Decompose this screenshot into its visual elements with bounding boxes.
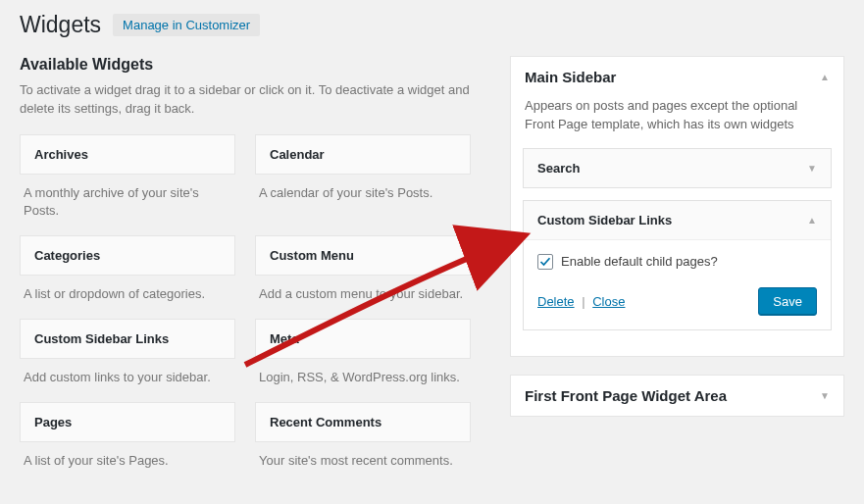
widget-pages-desc: A list of your site's Pages. (20, 442, 235, 485)
enable-default-child-pages-label: Enable default child pages? (561, 254, 718, 269)
widget-custom-menu[interactable]: Custom Menu (255, 235, 471, 276)
widget-categories-desc: A list or dropdown of categories. (20, 276, 235, 319)
widget-recent-comments[interactable]: Recent Comments (255, 402, 471, 442)
triangle-down-icon: ▼ (820, 390, 830, 401)
sidebar-area-main-title: Main Sidebar (525, 69, 616, 85)
placed-widget-search-title: Search (537, 161, 580, 176)
widget-categories[interactable]: Categories (20, 235, 235, 276)
check-icon (539, 256, 551, 268)
page-title: Widgets (20, 12, 101, 38)
placed-widget-custom-sidebar-links-header[interactable]: Custom Sidebar Links ▲ (524, 201, 831, 240)
sidebar-area-main: Main Sidebar ▲ Appears on posts and page… (510, 56, 844, 357)
placed-widget-search-header[interactable]: Search ▼ (524, 149, 831, 187)
sidebar-area-first-front: First Front Page Widget Area ▼ (510, 375, 844, 417)
widget-meta[interactable]: Meta (255, 319, 471, 359)
widget-archives[interactable]: Archives (20, 134, 235, 175)
enable-default-child-pages-checkbox[interactable] (537, 254, 553, 270)
widget-custom-menu-desc: Add a custom menu to your sidebar. (255, 276, 471, 319)
widget-archives-desc: A monthly archive of your site's Posts. (20, 175, 235, 235)
separator: | (578, 294, 588, 309)
widget-calendar-desc: A calendar of your site's Posts. (255, 175, 471, 218)
widget-pages[interactable]: Pages (20, 402, 235, 442)
placed-widget-search: Search ▼ (523, 148, 832, 188)
save-button[interactable]: Save (758, 287, 817, 316)
placed-widget-custom-sidebar-links-title: Custom Sidebar Links (537, 213, 672, 227)
sidebar-area-first-front-title: First Front Page Widget Area (525, 387, 727, 404)
available-widgets-heading: Available Widgets (20, 56, 471, 74)
delete-link[interactable]: Delete (537, 294, 575, 309)
widget-custom-sidebar-links-desc: Add custom links to your sidebar. (20, 359, 235, 402)
placed-widget-custom-sidebar-links: Custom Sidebar Links ▲ Enable default ch… (523, 200, 832, 330)
triangle-up-icon: ▲ (807, 215, 817, 226)
widget-custom-sidebar-links[interactable]: Custom Sidebar Links (20, 319, 235, 359)
widget-meta-desc: Login, RSS, & WordPress.org links. (255, 359, 471, 402)
widget-calendar[interactable]: Calendar (255, 134, 471, 175)
close-link[interactable]: Close (592, 294, 625, 309)
available-widgets-desc: To activate a widget drag it to a sideba… (20, 81, 471, 119)
manage-in-customizer-link[interactable]: Manage in Customizer (113, 14, 260, 36)
widget-recent-comments-desc: Your site's most recent comments. (255, 442, 471, 485)
sidebar-area-first-front-header[interactable]: First Front Page Widget Area ▼ (511, 376, 843, 416)
sidebar-area-main-header[interactable]: Main Sidebar ▲ (511, 57, 843, 97)
triangle-down-icon: ▼ (807, 163, 817, 174)
sidebar-area-main-desc: Appears on posts and pages except the op… (511, 97, 843, 148)
triangle-up-icon: ▲ (820, 72, 830, 82)
